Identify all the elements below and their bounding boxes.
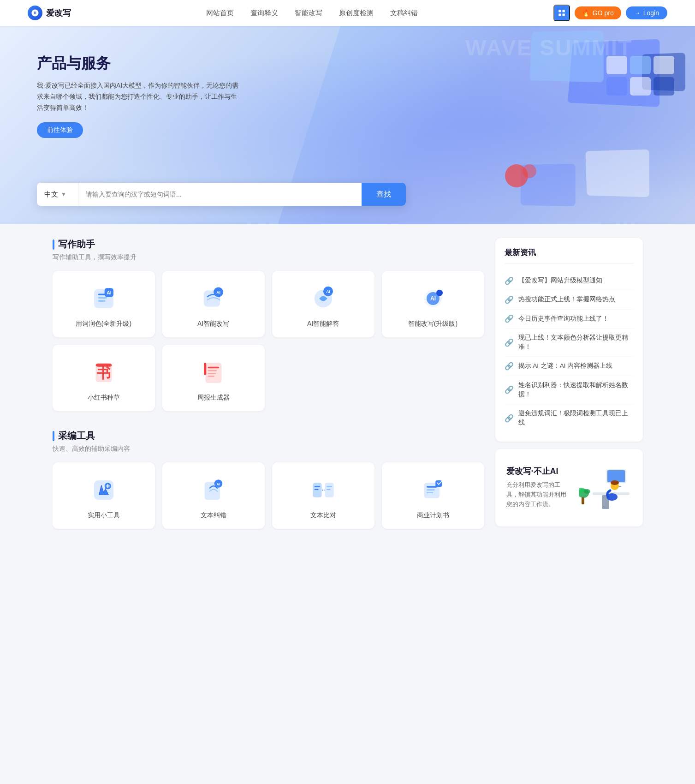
news-item-1[interactable]: 🔗 热搜功能正式上线！掌握网络热点 xyxy=(505,290,634,309)
practical-label: 实用小工具 xyxy=(88,511,120,520)
hero-content: 产品与服务 我·爱改写已经全面接入国内AI大模型，作为你的智能伙伴，无论您的需求… xyxy=(0,26,277,166)
text-correct-svg: AI xyxy=(201,477,226,503)
news-item-6[interactable]: 🔗 避免违规词汇！极限词检测工具现已上线 xyxy=(505,404,634,432)
news-text-3: 现已上线！文本颜色分析器让提取更精准！ xyxy=(518,333,634,352)
link-icon-1: 🔗 xyxy=(505,295,514,304)
news-item-4[interactable]: 🔗 揭示 AI 之谜：AI 内容检测器上线 xyxy=(505,357,634,376)
news-item-2[interactable]: 🔗 今日历史事件查询功能上线了！ xyxy=(505,310,634,329)
svg-rect-7 xyxy=(98,297,107,299)
promo-desc: 充分利用爱改写的工具，解锁其功能并利用您的内容工作流。 xyxy=(506,480,569,509)
go-pro-icon: 🔥 xyxy=(582,9,590,17)
svg-rect-38 xyxy=(314,489,318,490)
news-item-5[interactable]: 🔗 姓名识别利器：快速提取和解析姓名数据！ xyxy=(505,376,634,405)
caiji-tools-section: 采编工具 快速、高效的辅助采编内容 实用小工具 xyxy=(53,430,484,529)
business-plan-icon xyxy=(418,475,448,505)
svg-rect-29 xyxy=(204,363,206,375)
lang-label: 中文 xyxy=(44,190,58,199)
svg-rect-0 xyxy=(558,10,561,12)
svg-rect-45 xyxy=(435,480,442,487)
nav-home[interactable]: 网站首页 xyxy=(206,9,234,18)
svg-rect-28 xyxy=(208,376,214,377)
search-bar: 中文 ▼ 查找 xyxy=(37,183,406,206)
hero-title: 产品与服务 xyxy=(37,54,240,74)
text-compare-icon xyxy=(309,475,338,505)
tool-business-plan[interactable]: 商业计划书 xyxy=(382,462,484,529)
search-input[interactable] xyxy=(78,183,362,206)
writing-tools-section: 写作助手 写作辅助工具，撰写效率提升 AI xyxy=(53,238,484,411)
login-button[interactable]: → Login xyxy=(626,6,667,19)
language-selector[interactable]: 中文 ▼ xyxy=(37,183,78,206)
chevron-down-icon: ▼ xyxy=(61,191,66,197)
news-title: 最新资讯 xyxy=(505,247,634,264)
business-plan-svg xyxy=(420,477,446,503)
tool-ai-answer[interactable]: AI AI智能解答 xyxy=(272,271,374,337)
svg-rect-30 xyxy=(94,480,113,500)
nav-originality[interactable]: 原创度检测 xyxy=(339,9,374,18)
svg-rect-25 xyxy=(208,367,219,369)
smart-rewrite-icon: AI xyxy=(418,284,448,313)
svg-rect-1 xyxy=(562,10,564,12)
login-label: Login xyxy=(643,9,659,17)
caiji-tools-title: 采编工具 xyxy=(53,430,484,442)
tool-ai-rewrite[interactable]: AI AI智能改写 xyxy=(162,271,265,337)
smart-rewrite-svg: AI xyxy=(420,286,446,311)
caiji-tools-desc: 快速、高效的辅助采编内容 xyxy=(53,445,484,453)
xiaohongshu-icon: 书 xyxy=(89,358,119,387)
svg-rect-26 xyxy=(208,370,216,371)
text-compare-svg xyxy=(310,477,336,503)
ai-answer-label: AI智能解答 xyxy=(307,320,339,328)
ai-answer-svg: AI xyxy=(310,286,336,311)
svg-text:书: 书 xyxy=(97,365,111,381)
svg-point-20 xyxy=(436,290,443,296)
caiji-tools-grid: 实用小工具 AI 文本纠错 xyxy=(53,462,484,529)
svg-rect-39 xyxy=(327,486,332,487)
tool-text-compare[interactable]: 文本比对 xyxy=(272,462,374,529)
link-icon-5: 🔗 xyxy=(505,385,514,394)
logo-text: 爱改写 xyxy=(46,7,71,18)
nav-rewrite[interactable]: 智能改写 xyxy=(295,9,322,18)
go-pro-button[interactable]: 🔥 GO pro xyxy=(575,6,621,19)
tool-text-correct[interactable]: AI 文本纠错 xyxy=(162,462,265,529)
svg-rect-2 xyxy=(558,14,561,16)
link-icon-0: 🔗 xyxy=(505,276,514,285)
tool-practical[interactable]: 实用小工具 xyxy=(53,462,155,529)
nav-correction[interactable]: 文稿纠错 xyxy=(390,9,418,18)
news-text-2: 今日历史事件查询功能上线了！ xyxy=(518,314,609,323)
news-item-3[interactable]: 🔗 现已上线！文本颜色分析器让提取更精准！ xyxy=(505,329,634,357)
tool-word-color[interactable]: AI 用词润色(全新升级) xyxy=(53,271,155,337)
writing-tools-title: 写作助手 xyxy=(53,238,484,251)
writing-tools-desc: 写作辅助工具，撰写效率提升 xyxy=(53,253,484,262)
go-pro-label: GO pro xyxy=(593,9,614,17)
nav-query[interactable]: 查询释义 xyxy=(250,9,278,18)
link-icon-6: 🔗 xyxy=(505,414,514,423)
svg-text:AI: AI xyxy=(107,290,112,295)
tool-weekly-report[interactable]: 周报生成器 xyxy=(162,345,265,411)
ai-rewrite-icon: AI xyxy=(199,284,228,313)
hero-section: WAVE SUMMIT 产品与服务 我·爱改写已经全面接入国内AI大模型，作为你… xyxy=(0,26,695,224)
logo[interactable]: 爱改写 xyxy=(28,6,71,20)
tool-xiaohongshu[interactable]: 书 小红书种草 xyxy=(53,345,155,411)
text-compare-label: 文本比对 xyxy=(310,511,336,520)
ai-rewrite-svg: AI xyxy=(201,286,226,311)
word-color-svg: AI xyxy=(91,286,117,311)
svg-rect-42 xyxy=(427,486,437,488)
news-item-0[interactable]: 🔗 【爱改写】网站升级模型通知 xyxy=(505,271,634,290)
news-text-1: 热搜功能正式上线！掌握网络热点 xyxy=(518,295,615,304)
ai-rewrite-label: AI智能改写 xyxy=(197,320,229,328)
svg-rect-3 xyxy=(562,14,564,16)
link-icon-2: 🔗 xyxy=(505,314,514,323)
search-button[interactable]: 查找 xyxy=(362,183,406,206)
xiaohongshu-svg: 书 xyxy=(91,359,117,385)
practical-svg xyxy=(91,477,117,503)
tool-smart-rewrite[interactable]: AI 智能改写(升级版) xyxy=(382,271,484,337)
svg-rect-23 xyxy=(95,364,112,367)
promo-card: 爱改写·不止AI 充分利用爱改写的工具，解锁其功能并利用您的内容工作流。 xyxy=(495,449,643,527)
hero-desc: 我·爱改写已经全面接入国内AI大模型，作为你的智能伙伴，无论您的需求来自哪个领域… xyxy=(37,80,240,113)
grid-button[interactable] xyxy=(553,5,570,21)
try-button[interactable]: 前往体验 xyxy=(37,122,83,138)
news-text-4: 揭示 AI 之谜：AI 内容检测器上线 xyxy=(518,361,613,371)
person-desk-svg xyxy=(579,455,630,515)
link-icon-4: 🔗 xyxy=(505,362,514,371)
weekly-report-label: 周报生成器 xyxy=(197,394,230,402)
svg-rect-27 xyxy=(208,373,216,374)
